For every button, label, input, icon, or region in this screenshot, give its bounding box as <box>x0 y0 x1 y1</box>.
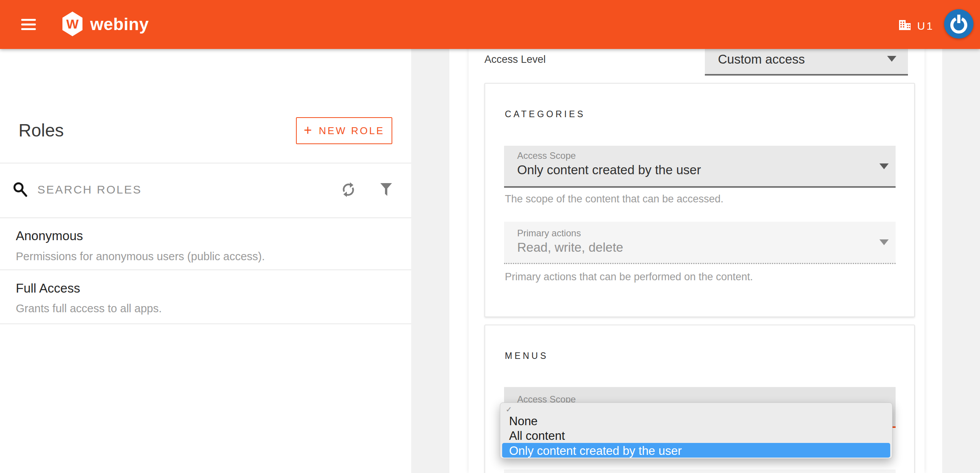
dropdown-option-all-content[interactable]: All content <box>509 429 565 443</box>
helper-text: The scope of the content that can be acc… <box>505 193 723 205</box>
access-level-label: Access Level <box>484 54 546 66</box>
search-input[interactable]: SEARCH ROLES <box>37 183 142 196</box>
access-level-select[interactable]: Custom access <box>705 49 908 76</box>
permissions-form: Access Level Custom access CATEGORIES Ac… <box>469 49 925 473</box>
refresh-icon[interactable] <box>341 182 356 197</box>
webiny-admin-screen: W webiny U1 <box>0 0 980 473</box>
menus-card-title: MENUS <box>505 351 548 361</box>
categories-card-title: CATEGORIES <box>505 109 585 120</box>
select-label: Access Scope <box>517 150 576 161</box>
webiny-logo-icon[interactable]: W <box>62 12 82 36</box>
role-name: Full Access <box>16 281 80 296</box>
top-app-bar: W webiny U1 <box>0 0 980 49</box>
user-avatar[interactable] <box>944 9 973 39</box>
next-field-partial <box>504 470 896 473</box>
helper-text: Primary actions that can be performed on… <box>505 271 753 283</box>
dropdown-option-highlighted[interactable]: Only content created by the user <box>502 443 890 458</box>
dropdown-option-label: Only content created by the user <box>509 444 682 458</box>
categories-permission-card: CATEGORIES Access Scope Only content cre… <box>484 83 915 317</box>
select-value: Read, write, delete <box>517 240 623 255</box>
webiny-logo-letter: W <box>66 17 79 32</box>
categories-primary-actions-select[interactable]: Primary actions Read, write, delete <box>504 222 896 264</box>
plus-icon: + <box>304 122 312 138</box>
chevron-down-icon <box>879 239 889 245</box>
native-select-dropdown: ✓ None All content Only content created … <box>500 402 893 459</box>
hamburger-menu-icon[interactable] <box>21 19 36 30</box>
role-details-panel: Access Level Custom access CATEGORIES Ac… <box>449 49 942 473</box>
role-name: Anonymous <box>16 229 83 243</box>
divider <box>0 269 411 270</box>
divider <box>0 323 411 324</box>
filter-icon[interactable] <box>380 183 392 196</box>
tenant-id-label: U1 <box>917 20 934 32</box>
chevron-down-icon <box>887 56 896 62</box>
new-role-button[interactable]: + NEW ROLE <box>296 117 392 144</box>
select-value: Only content created by the user <box>517 163 701 177</box>
webiny-wordmark: webiny <box>90 15 149 34</box>
power-glyph-icon <box>944 9 973 39</box>
dropdown-option-none[interactable]: None <box>509 414 538 428</box>
role-description: Permissions for anonymous users (public … <box>16 250 265 263</box>
page-title: Roles <box>18 120 64 141</box>
search-icon <box>13 182 28 197</box>
tenant-building-icon[interactable] <box>899 19 911 30</box>
roles-list-panel: Roles + NEW ROLE SEARCH ROLES <box>0 49 411 473</box>
select-label: Primary actions <box>517 228 581 239</box>
chevron-down-icon <box>879 163 889 169</box>
access-level-value: Custom access <box>718 52 805 67</box>
role-description: Grants full access to all apps. <box>16 302 162 315</box>
new-role-button-label: NEW ROLE <box>319 125 385 137</box>
divider <box>0 217 411 218</box>
categories-access-scope-select[interactable]: Access Scope Only content created by the… <box>504 146 896 188</box>
divider <box>0 163 411 163</box>
current-selection-checkmark-icon: ✓ <box>506 405 512 414</box>
